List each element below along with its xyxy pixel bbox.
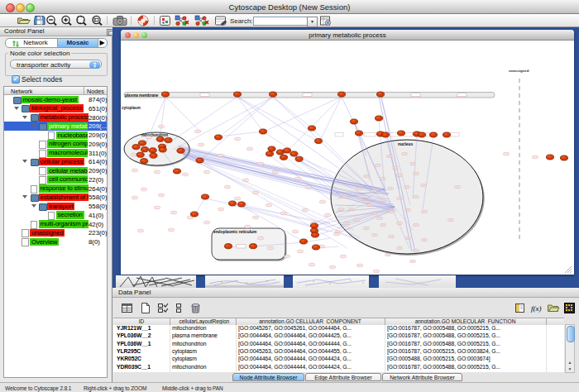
svg-text:f(x): f(x) (531, 304, 542, 313)
svg-text:cytoplasm: cytoplasm (122, 106, 141, 110)
svg-text:endoplasmic reticulum: endoplasmic reticulum (213, 230, 256, 234)
svg-text:nucleus: nucleus (398, 142, 413, 146)
svg-text:mitochondrion: mitochondrion (141, 133, 168, 137)
svg-text:unassigned: unassigned (509, 69, 529, 73)
svg-text:plasma membrane: plasma membrane (125, 93, 159, 98)
